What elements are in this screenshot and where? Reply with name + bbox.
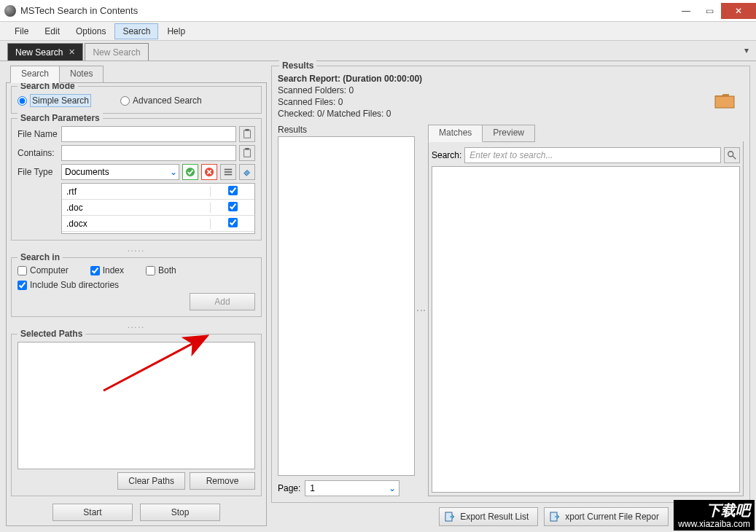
group-search-mode: Search Mode Simple Search Advanced Searc…: [11, 86, 262, 114]
folder-icon: [714, 93, 735, 109]
scanned-folders: Scanned Folders: 0: [278, 85, 744, 95]
export-result-list-button[interactable]: Export Result List: [439, 507, 538, 526]
menu-edit[interactable]: Edit: [37, 24, 67, 39]
export-icon: [549, 511, 561, 523]
svg-rect-7: [225, 171, 233, 173]
tab-search[interactable]: Search: [10, 66, 60, 83]
group-selected-paths: Selected Paths Clear Paths Remove: [11, 334, 262, 496]
check-circle-icon: [185, 167, 195, 177]
legend-search-in: Search in: [17, 252, 63, 262]
menu-file[interactable]: File: [7, 24, 36, 39]
svg-rect-0: [244, 130, 251, 138]
export-icon: [444, 511, 456, 523]
radio-advanced-input[interactable]: [120, 96, 130, 106]
check-index[interactable]: Index: [90, 265, 124, 275]
tab-preview[interactable]: Preview: [482, 125, 535, 142]
legend-selected-paths: Selected Paths: [17, 329, 85, 339]
tab-new-search-1[interactable]: New Search ✕: [7, 43, 83, 60]
group-search-parameters: Search Parameters File Name Contains:: [11, 118, 262, 240]
radio-advanced-search[interactable]: Advanced Search: [120, 95, 202, 106]
menu-search[interactable]: Search: [114, 23, 158, 39]
add-path-button[interactable]: Add: [190, 293, 255, 310]
scanned-files: Scanned Files: 0: [278, 97, 744, 107]
filetype-docx-checkbox[interactable]: [228, 218, 238, 227]
svg-rect-9: [715, 96, 734, 108]
search-icon: [727, 150, 737, 160]
contains-input[interactable]: [61, 145, 236, 161]
legend-search-parameters: Search Parameters: [17, 113, 103, 123]
radio-simple-input[interactable]: [17, 96, 27, 106]
match-search-button[interactable]: [724, 147, 740, 163]
results-list-label: Results: [278, 125, 415, 135]
search-label: Search:: [432, 150, 461, 160]
page-select[interactable]: 1 ⌄: [305, 480, 400, 496]
check-include-sub[interactable]: Include Sub directories: [17, 280, 119, 290]
search-report-title: Search Report: (Duration 00:00:00): [278, 74, 744, 84]
filetype-clear-button[interactable]: [239, 164, 255, 180]
list-icon: [223, 167, 233, 177]
chevron-down-icon: ⌄: [389, 483, 396, 493]
filename-paste-button[interactable]: [239, 126, 255, 142]
filetype-accept-button[interactable]: [182, 164, 198, 180]
minimize-button[interactable]: —: [674, 3, 698, 19]
menu-help[interactable]: Help: [160, 24, 192, 39]
chevron-down-icon: ⌄: [170, 167, 177, 177]
match-search-input[interactable]: [464, 147, 721, 163]
filetype-row-docx[interactable]: .docx: [62, 216, 254, 232]
group-results: Results Search Report: (Duration 00:00:0…: [271, 66, 750, 503]
svg-point-10: [728, 152, 733, 157]
svg-rect-3: [245, 148, 249, 150]
contains-label: Contains:: [17, 148, 58, 158]
watermark: 下载吧 www.xiazaiba.com: [674, 500, 755, 531]
stop-button[interactable]: Stop: [140, 504, 220, 521]
selected-paths-list[interactable]: [17, 342, 255, 469]
filetype-reject-button[interactable]: [201, 164, 217, 180]
filetype-dropdown[interactable]: Documents ⌄: [61, 164, 179, 180]
svg-rect-6: [225, 169, 233, 171]
filetype-row-doc[interactable]: .doc: [62, 200, 254, 216]
svg-rect-1: [245, 129, 249, 131]
splitter-handle[interactable]: ⋮: [419, 125, 424, 496]
filetype-rtf-checkbox[interactable]: [228, 186, 238, 195]
filetype-doc-checkbox[interactable]: [228, 202, 238, 211]
matches-view[interactable]: [432, 166, 740, 493]
tab-matches[interactable]: Matches: [428, 125, 483, 142]
tab-overflow-icon[interactable]: ▾: [744, 45, 749, 55]
filetype-row-more[interactable]: [62, 232, 254, 234]
legend-search-mode: Search Mode: [17, 82, 78, 91]
clipboard-icon: [242, 148, 252, 158]
filename-label: File Name: [17, 129, 58, 139]
maximize-button[interactable]: ▭: [698, 3, 721, 19]
eraser-icon: [242, 167, 252, 177]
tab-new-search-2[interactable]: New Search: [85, 43, 148, 60]
contains-paste-button[interactable]: [239, 145, 255, 161]
radio-simple-search[interactable]: Simple Search: [17, 94, 91, 107]
svg-rect-8: [225, 174, 233, 176]
menubar: File Edit Options Search Help: [0, 22, 756, 41]
app-icon: [4, 5, 16, 17]
filename-input[interactable]: [61, 126, 236, 142]
close-button[interactable]: ✕: [721, 3, 756, 19]
filetype-edit-button[interactable]: [220, 164, 236, 180]
filetype-label: File Type: [17, 167, 58, 177]
tab-notes[interactable]: Notes: [59, 66, 104, 83]
page-label: Page:: [278, 483, 300, 493]
close-tab-icon[interactable]: ✕: [69, 47, 75, 57]
menu-options[interactable]: Options: [69, 24, 113, 39]
check-computer[interactable]: Computer: [17, 265, 69, 275]
remove-path-button[interactable]: Remove: [190, 472, 255, 490]
filetype-list[interactable]: .rtf .doc .docx: [61, 183, 255, 234]
clear-paths-button[interactable]: Clear Paths: [117, 472, 185, 490]
tab-label: New Search: [15, 47, 63, 58]
times-circle-icon: [204, 167, 214, 177]
check-both[interactable]: Both: [146, 265, 176, 275]
results-list[interactable]: [278, 136, 415, 476]
start-button[interactable]: Start: [52, 504, 133, 521]
titlebar: MSTech Search in Contents — ▭ ✕: [0, 0, 756, 22]
window-title: MSTech Search in Contents: [20, 5, 674, 16]
svg-rect-2: [244, 149, 251, 157]
checked-matched: Checked: 0/ Matched Files: 0: [278, 109, 744, 119]
export-current-file-report-button[interactable]: xport Current File Repor: [544, 507, 669, 526]
tab-label: New Search: [93, 47, 140, 58]
filetype-row-rtf[interactable]: .rtf: [62, 184, 254, 200]
